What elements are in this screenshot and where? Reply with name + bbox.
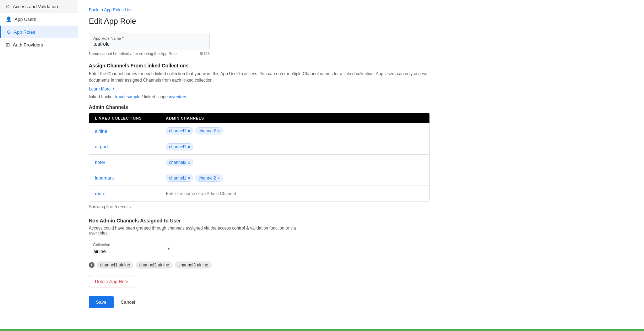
channels-table: LINKED COLLECTIONS ADMIN CHANNELS airlin…: [89, 113, 430, 202]
remove-channel-button[interactable]: ×: [188, 160, 190, 165]
table-row: airlinechannel1 ×channel2 ×: [89, 123, 429, 139]
non-admin-desc: Access could have been granted through c…: [89, 226, 302, 236]
linked-bucket-link[interactable]: travel-sample: [115, 94, 140, 99]
page-title: Edit App Role: [89, 17, 633, 26]
channels-cell: channel1 ×channel2 ×: [166, 127, 424, 134]
channel-input[interactable]: [166, 191, 237, 196]
collection-select[interactable]: airlineairporthotellandmarkroute: [89, 240, 174, 257]
collection-select-wrapper: Collection airlineairporthotellandmarkro…: [89, 240, 174, 257]
sidebar-item-auth-providers[interactable]: ⊞ Auth Providers: [0, 38, 78, 51]
cancel-button[interactable]: Cancel: [118, 296, 138, 308]
channel-tag: channel2 ×: [195, 127, 223, 134]
auth-icon: ⊞: [6, 42, 10, 48]
sidebar-item-label: Auth Providers: [13, 42, 43, 48]
breadcrumb-link[interactable]: Back to App Roles List: [89, 7, 131, 12]
channel-tag: channel2 ×: [166, 159, 193, 166]
non-admin-channels: i channel1:airlinechannel2:airlinechanne…: [89, 261, 633, 269]
remove-channel-button[interactable]: ×: [188, 176, 190, 180]
bottom-bar: [0, 329, 644, 331]
main-content: Back to App Roles List Edit App Role App…: [78, 0, 644, 331]
remove-channel-button[interactable]: ×: [188, 145, 190, 149]
header-channels: ADMIN CHANNELS: [166, 116, 424, 120]
channel-badge: channel1:airline: [97, 261, 134, 269]
sidebar-item-app-users[interactable]: 👤 App Users: [0, 13, 78, 26]
channel-tag: channel1 ×: [166, 143, 193, 150]
role-name-label: App Role Name *: [93, 36, 205, 40]
table-row: airportchannel1 ×: [89, 139, 429, 154]
assign-channels-desc: Enter the Channel names for each linked …: [89, 71, 430, 83]
save-button[interactable]: Save: [89, 296, 114, 308]
field-count: 8/128: [200, 51, 210, 56]
collection-name[interactable]: airline: [95, 128, 166, 134]
collection-name[interactable]: route: [95, 191, 166, 196]
header-collection: LINKED COLLECTIONS: [95, 116, 166, 120]
channels-cell: channel1 ×channel2 ×: [166, 175, 424, 182]
sidebar-item-app-roles[interactable]: ⊙ App Roles: [0, 26, 78, 38]
table-row: hotelchannel2 ×: [89, 154, 429, 170]
sidebar-item-access-validation[interactable]: ⊙ Access and Validation: [0, 0, 78, 13]
remove-channel-button[interactable]: ×: [217, 129, 220, 133]
table-header: LINKED COLLECTIONS ADMIN CHANNELS: [89, 113, 429, 123]
table-row: landmarkchannel1 ×channel2 ×: [89, 170, 429, 186]
collection-name[interactable]: hotel: [95, 160, 166, 165]
learn-more-link[interactable]: Learn More ↗: [89, 87, 115, 92]
linked-scope-link[interactable]: inventory: [169, 94, 186, 99]
channels-cell: channel1 ×: [166, 143, 424, 150]
channel-badge: channel2:airline: [136, 261, 173, 269]
field-hint: Name cannot be edited after creating the…: [89, 51, 178, 56]
linked-path: linked bucket travel-sample / linked sco…: [89, 94, 633, 99]
info-icon: i: [89, 262, 94, 268]
channel-tag: channel1 ×: [166, 175, 193, 182]
role-icon: ⊙: [7, 29, 11, 35]
delete-app-role-button[interactable]: Delete App Role: [89, 276, 134, 287]
non-admin-title: Non Admin Channels Assigned to User: [89, 218, 633, 224]
assign-channels-title: Assign Channels From Linked Collections: [89, 63, 633, 68]
channel-tag: channel2 ×: [195, 175, 223, 182]
sidebar-item-label: App Users: [15, 17, 36, 22]
buttons-row: Save Cancel: [89, 296, 633, 308]
sidebar: ⊙ Access and Validation 👤 App Users ⊙ Ap…: [0, 0, 78, 331]
sidebar-item-label: Access and Validation: [13, 4, 58, 9]
channels-cell: [166, 191, 424, 196]
collection-name[interactable]: airport: [95, 144, 166, 149]
results-count: Showing 5 of 5 results: [89, 204, 633, 209]
role-name-field: App Role Name *: [89, 33, 210, 50]
channel-tag: channel1 ×: [166, 127, 193, 134]
user-icon: 👤: [6, 16, 12, 22]
table-row: route: [89, 186, 429, 201]
admin-channels-title: Admin Channels: [89, 104, 633, 110]
check-circle-icon: ⊙: [6, 4, 10, 9]
role-name-input[interactable]: [93, 41, 205, 47]
channels-cell: channel2 ×: [166, 159, 424, 166]
remove-channel-button[interactable]: ×: [217, 176, 220, 180]
channel-badge: channel3:airline: [175, 261, 212, 269]
field-meta: Name cannot be edited after creating the…: [89, 51, 210, 56]
sidebar-item-label: App Roles: [14, 29, 35, 35]
remove-channel-button[interactable]: ×: [188, 129, 190, 133]
collection-name[interactable]: landmark: [95, 175, 166, 181]
